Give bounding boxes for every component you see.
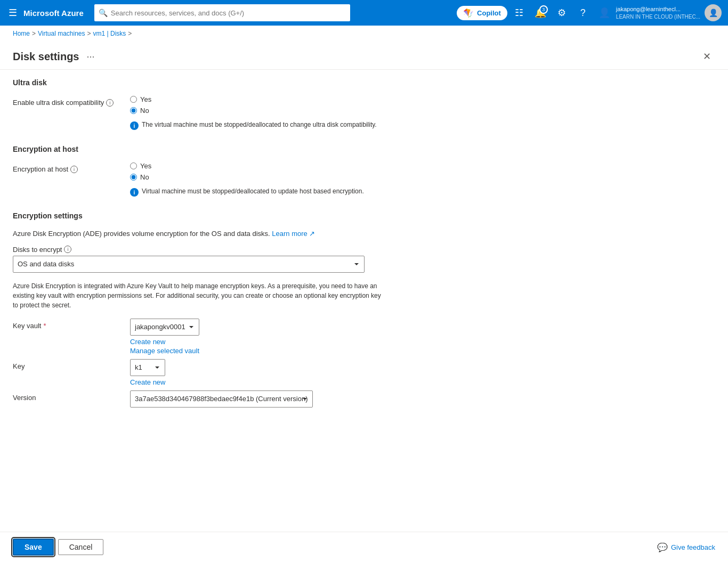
encryption-host-label: Encryption at host i [13,162,130,173]
notifications-icon[interactable]: 🔔 3 [531,3,550,22]
key-vault-required-star: * [43,322,46,330]
ultra-disk-section: Ultra disk Enable ultra disk compatibili… [13,78,715,130]
settings-icon[interactable]: ⚙ [552,3,571,22]
encryption-host-info-circle: i [130,188,139,197]
user-text: jakapong@learninthecl... LEARN IN THE CL… [616,5,700,20]
encryption-host-section: Encryption at host Encryption at host i … [13,145,715,197]
portal-menu-icon[interactable]: ☷ [509,3,529,22]
copilot-button[interactable]: 🪁 Copilot [457,6,507,20]
encryption-settings-title: Encryption settings [13,211,715,222]
disks-dropdown-container: OS and data disks OS disk only Data disk… [13,256,365,273]
user-account[interactable]: jakapong@learninthecl... LEARN IN THE CL… [616,4,722,21]
page-title-row: Disk settings ··· [13,50,98,63]
feedback-icon[interactable]: 👤 [595,3,614,22]
learn-more-link[interactable]: Learn more ↗ [272,230,315,238]
disks-info-icon[interactable]: i [64,246,71,253]
key-vault-controls: jakapongkv0001 Create new Manage selecte… [130,319,199,355]
key-vault-label: Key vault * [13,319,130,330]
hamburger-icon[interactable]: ☰ [6,5,19,21]
breadcrumb-home[interactable]: Home [13,30,30,37]
app-title: Microsoft Azure [23,9,84,18]
cancel-button[interactable]: Cancel [58,539,104,555]
encryption-host-yes-option[interactable]: Yes [130,162,364,170]
feedback-icon: 💬 [657,542,668,552]
breadcrumb-vms[interactable]: Virtual machines [38,30,85,37]
breadcrumb-sep2: > [87,30,91,37]
ultra-disk-yes-radio[interactable] [130,96,137,103]
manage-vault-link[interactable]: Manage selected vault [130,347,199,355]
ultra-disk-field-row: Enable ultra disk compatibility i Yes No… [13,95,715,130]
footer: Save Cancel 💬 Give feedback [0,532,728,562]
disks-to-encrypt-label: Disks to encrypt i [13,246,715,254]
nav-right: 🪁 Copilot ☷ 🔔 3 ⚙ ? 👤 jakapong@learninth… [457,3,722,22]
version-dropdown-container: 3a7ae538d340467988f3bedaec9f4e1b (Curren… [130,390,313,408]
encryption-host-yes-radio[interactable] [130,162,137,169]
ultra-disk-title: Ultra disk [13,78,715,89]
ultra-disk-info-icon-circle: i [130,121,139,130]
key-label: Key [13,359,130,370]
close-button[interactable]: ✕ [698,48,715,65]
encryption-host-field-row: Encryption at host i Yes No i Virtual ma… [13,162,715,197]
avatar[interactable]: 👤 [705,4,722,21]
ultra-disk-info-icon[interactable]: i [106,99,114,107]
save-button[interactable]: Save [13,539,54,556]
search-bar[interactable]: 🔍 [94,4,350,21]
disks-to-encrypt-group: Disks to encrypt i OS and data disks OS … [13,246,715,273]
encryption-description: Azure Disk Encryption (ADE) provides vol… [13,229,715,239]
key-vault-dropdown[interactable]: jakapongkv0001 [130,319,199,336]
version-field-row: Version 3a7ae538d340467988f3bedaec9f4e1b… [13,390,715,408]
encryption-host-title: Encryption at host [13,145,715,156]
search-icon: 🔍 [99,9,108,17]
breadcrumb-sep1: > [32,30,36,37]
give-feedback-button[interactable]: 💬 Give feedback [657,542,715,552]
version-dropdown[interactable]: 3a7ae538d340467988f3bedaec9f4e1b (Curren… [130,390,313,408]
user-email: jakapong@learninthecl... [616,5,700,13]
copilot-icon: 🪁 [463,8,474,18]
disks-to-encrypt-dropdown[interactable]: OS and data disks OS disk only Data disk… [13,256,365,273]
footer-actions: Save Cancel [13,539,103,556]
breadcrumb-sep3: > [128,30,132,37]
encryption-info-text: Azure Disk Encryption is integrated with… [13,281,386,310]
user-sub: LEARN IN THE CLOUD (INTHEC... [616,13,700,20]
help-icon[interactable]: ? [573,3,593,22]
key-links: Create new [130,378,165,386]
key-vault-links: Create new Manage selected vault [130,338,199,355]
version-label: Version [13,390,130,402]
top-navigation: ☰ Microsoft Azure 🔍 🪁 Copilot ☷ 🔔 3 ⚙ ? … [0,0,728,26]
ultra-disk-no-option[interactable]: No [130,107,377,115]
form-scroll: Ultra disk Enable ultra disk compatibili… [0,70,728,532]
ultra-disk-yes-option[interactable]: Yes [130,95,377,103]
key-controls: k1 Create new [130,359,165,386]
ultra-disk-label: Enable ultra disk compatibility i [13,95,130,107]
page-title: Disk settings [13,51,79,63]
encryption-host-radio-group: Yes No i Virtual machine must be stopped… [130,162,364,197]
key-dropdown-container: k1 [130,359,165,376]
ultra-disk-info-message: i The virtual machine must be stopped/de… [130,121,377,130]
content-area: Home > Virtual machines > vm1 | Disks > … [0,26,728,562]
key-vault-dropdown-container: jakapongkv0001 [130,319,199,336]
notification-badge: 3 [539,5,548,14]
encryption-host-no-radio[interactable] [130,174,137,181]
key-vault-field-row: Key vault * jakapongkv0001 Create new Ma… [13,319,715,355]
key-dropdown[interactable]: k1 [130,359,165,376]
page-header: Disk settings ··· ✕ [0,42,728,70]
breadcrumb-vm1-disks[interactable]: vm1 | Disks [93,30,126,37]
encryption-host-info-icon[interactable]: i [70,166,78,173]
breadcrumb: Home > Virtual machines > vm1 | Disks > [0,26,728,42]
key-create-new-link[interactable]: Create new [130,378,165,386]
encryption-host-info-message: i Virtual machine must be stopped/deallo… [130,188,364,197]
encryption-host-no-option[interactable]: No [130,173,364,181]
more-options-button[interactable]: ··· [83,50,98,63]
search-input[interactable] [111,9,346,17]
ultra-disk-radio-group: Yes No i The virtual machine must be sto… [130,95,377,130]
copilot-label: Copilot [477,9,501,17]
encryption-settings-section: Encryption settings Azure Disk Encryptio… [13,211,715,408]
key-field-row: Key k1 Create new [13,359,715,386]
ultra-disk-no-radio[interactable] [130,107,137,114]
key-vault-create-new-link[interactable]: Create new [130,338,199,346]
